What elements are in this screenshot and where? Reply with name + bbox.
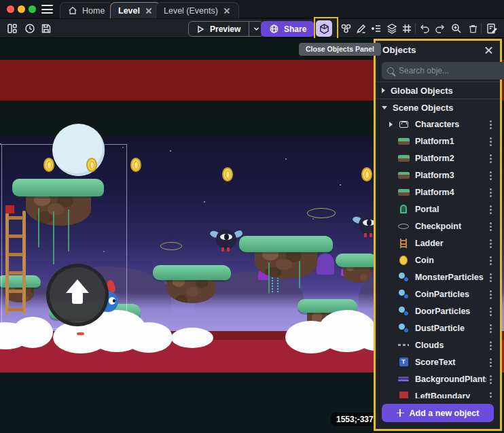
search-input[interactable] bbox=[399, 66, 504, 75]
platform-icon bbox=[398, 172, 410, 179]
kebab-menu-icon[interactable] bbox=[486, 239, 494, 248]
tab-level[interactable]: Level bbox=[110, 2, 161, 18]
redo-button[interactable] bbox=[432, 20, 448, 37]
objects-list: Characters Platform1 Platform2 Platform3… bbox=[376, 116, 500, 398]
kebab-menu-icon[interactable] bbox=[486, 358, 494, 367]
kebab-menu-icon[interactable] bbox=[486, 392, 494, 399]
close-tab-icon[interactable] bbox=[223, 7, 231, 15]
particles-icon bbox=[398, 307, 409, 316]
object-row-characters[interactable]: Characters bbox=[376, 116, 500, 133]
tab-home[interactable]: Home bbox=[60, 2, 113, 18]
object-row-platform4[interactable]: Platform4 bbox=[376, 184, 500, 201]
object-row-backgroundplants[interactable]: BackgroundPlants bbox=[376, 370, 500, 387]
object-row-doorparticles[interactable]: DoorParticles bbox=[376, 302, 500, 319]
grid-button[interactable] bbox=[399, 20, 415, 37]
kebab-menu-icon[interactable] bbox=[486, 154, 494, 163]
section-global-objects[interactable]: Global Objects bbox=[376, 82, 500, 99]
kebab-menu-icon[interactable] bbox=[486, 324, 494, 333]
ufo-outline[interactable] bbox=[307, 208, 336, 218]
kebab-menu-icon[interactable] bbox=[486, 205, 494, 214]
object-row-checkpoint[interactable]: Checkpoint bbox=[376, 218, 500, 235]
layers-button[interactable] bbox=[384, 20, 400, 37]
section-scene-objects[interactable]: Scene Objects bbox=[376, 99, 500, 116]
tab-level-events[interactable]: Level (Events) bbox=[156, 2, 239, 18]
share-button[interactable]: Share bbox=[261, 21, 314, 37]
search-row bbox=[376, 59, 500, 82]
kebab-menu-icon[interactable] bbox=[486, 273, 494, 282]
kebab-menu-icon[interactable] bbox=[486, 171, 494, 180]
coin-object[interactable] bbox=[222, 167, 233, 181]
window-zoom-button[interactable] bbox=[29, 5, 36, 13]
ladder-icon bbox=[400, 239, 407, 248]
close-tab-icon[interactable] bbox=[145, 7, 153, 15]
trash-icon bbox=[467, 23, 479, 35]
object-row-leftboundary[interactable]: LeftBoundary bbox=[376, 387, 500, 398]
object-name: CoinParticles bbox=[415, 290, 486, 299]
edit-scene-button[interactable] bbox=[353, 20, 370, 37]
undo-button[interactable] bbox=[416, 20, 433, 37]
cloud-object[interactable] bbox=[125, 322, 173, 353]
coin-object[interactable] bbox=[86, 158, 97, 172]
object-row-platform1[interactable]: Platform1 bbox=[376, 133, 500, 150]
window-close-button[interactable] bbox=[7, 5, 14, 13]
toggle-panels-button[interactable] bbox=[4, 20, 20, 37]
close-panel-icon[interactable] bbox=[484, 46, 493, 54]
window-minimize-button[interactable] bbox=[18, 5, 25, 13]
objects-panel-button[interactable] bbox=[316, 20, 332, 37]
object-row-portal[interactable]: Portal bbox=[376, 201, 500, 218]
object-row-clouds[interactable]: Clouds bbox=[376, 336, 500, 353]
coin-object[interactable] bbox=[130, 158, 141, 172]
tooltip: Close Objects Panel bbox=[299, 43, 381, 56]
flying-monster[interactable] bbox=[213, 228, 239, 252]
kebab-menu-icon[interactable] bbox=[486, 188, 494, 197]
kebab-menu-icon[interactable] bbox=[486, 290, 494, 299]
object-groups-button[interactable] bbox=[338, 20, 354, 37]
coin-object[interactable] bbox=[361, 167, 372, 181]
edit-note-icon bbox=[486, 22, 499, 35]
object-name: Platform2 bbox=[415, 154, 486, 163]
chevron-right-icon bbox=[382, 88, 385, 93]
object-row-coinparticles[interactable]: CoinParticles bbox=[376, 285, 500, 302]
edit-properties-button[interactable] bbox=[484, 20, 500, 37]
zoom-button[interactable] bbox=[448, 20, 465, 37]
object-row-ladder[interactable]: Ladder bbox=[376, 235, 500, 252]
ufo-outline[interactable] bbox=[160, 242, 182, 250]
menu-icon[interactable] bbox=[41, 5, 53, 14]
chevron-right-icon[interactable] bbox=[389, 122, 393, 127]
object-row-monsterparticles[interactable]: MonsterParticles bbox=[376, 269, 500, 285]
search-input-box[interactable] bbox=[382, 62, 504, 80]
cloud-object[interactable] bbox=[12, 317, 53, 348]
kebab-menu-icon[interactable] bbox=[486, 341, 494, 350]
object-name: Ladder bbox=[415, 239, 486, 248]
object-row-platform2[interactable]: Platform2 bbox=[376, 150, 500, 167]
platform-object[interactable] bbox=[153, 265, 231, 280]
object-row-platform3[interactable]: Platform3 bbox=[376, 167, 500, 184]
delete-button[interactable] bbox=[465, 20, 481, 37]
kebab-menu-icon[interactable] bbox=[486, 222, 494, 231]
object-name: BackgroundPlants bbox=[415, 375, 486, 384]
object-row-dustparticle[interactable]: DustParticle bbox=[376, 319, 500, 336]
platform-object[interactable] bbox=[336, 254, 378, 267]
undo-icon bbox=[418, 22, 431, 35]
kebab-menu-icon[interactable] bbox=[486, 307, 494, 316]
object-row-coin[interactable]: Coin bbox=[376, 252, 500, 269]
object-row-scoretext[interactable]: ScoreText bbox=[376, 353, 500, 370]
kebab-menu-icon[interactable] bbox=[486, 120, 494, 129]
cube-icon bbox=[319, 23, 330, 35]
instances-list-button[interactable] bbox=[368, 20, 384, 37]
add-new-object-button[interactable]: Add a new object bbox=[382, 404, 494, 422]
coin-object[interactable] bbox=[43, 158, 54, 172]
up-arrow-control-button[interactable] bbox=[46, 264, 109, 326]
kebab-menu-icon[interactable] bbox=[486, 137, 494, 146]
cloud-object[interactable] bbox=[171, 328, 213, 348]
save-button[interactable] bbox=[38, 20, 54, 37]
platform-object[interactable] bbox=[239, 236, 333, 252]
object-name: Portal bbox=[415, 205, 486, 214]
kebab-menu-icon[interactable] bbox=[486, 375, 494, 384]
platform-icon bbox=[398, 138, 410, 145]
preview-button[interactable]: Preview bbox=[188, 21, 264, 37]
tab-label: Level (Events) bbox=[164, 6, 218, 16]
history-button[interactable] bbox=[22, 20, 38, 37]
share-label: Share bbox=[284, 24, 306, 34]
kebab-menu-icon[interactable] bbox=[486, 256, 494, 265]
